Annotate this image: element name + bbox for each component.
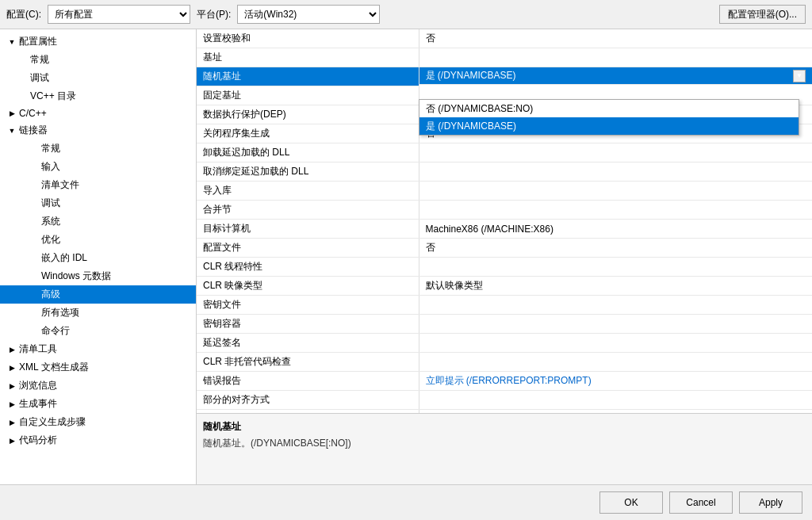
sidebar-item-embedded-idl[interactable]: 嵌入的 IDL [0, 249, 196, 267]
sidebar-item-manifest-tool[interactable]: ▶ 清单工具 [0, 340, 196, 358]
prop-name: 密钥文件 [197, 296, 419, 315]
table-row[interactable]: 卸载延迟加载的 DLL [197, 143, 812, 162]
table-row[interactable]: 错误报告 立即提示 (/ERRORREPORT:PROMPT) [197, 372, 812, 391]
prop-name: CLR 线程特性 [197, 258, 419, 277]
prop-value [419, 258, 812, 277]
dropdown-option-1[interactable]: 是 (/DYNAMICBASE) [419, 117, 799, 135]
table-row[interactable]: 部分的对齐方式 [197, 391, 812, 410]
expand-icon: ▼ [6, 36, 17, 48]
sidebar-item-browser-info[interactable]: ▶ 浏览信息 [0, 377, 196, 395]
expand-icon [29, 180, 40, 191]
sidebar-item-general[interactable]: 常规 [0, 51, 196, 69]
prop-value [419, 410, 812, 414]
sidebar-item-debug[interactable]: 调试 [0, 69, 196, 87]
prop-name: 导入库 [197, 182, 419, 201]
table-row[interactable]: 导入库 [197, 182, 812, 201]
sidebar-item-custom-build[interactable]: ▶ 自定义生成步骤 [0, 413, 196, 431]
config-select[interactable]: 所有配置 [48, 5, 190, 24]
apply-button[interactable]: Apply [739, 491, 802, 514]
sidebar-item-vc-dirs[interactable]: VC++ 目录 [0, 87, 196, 105]
table-row[interactable]: 配置文件 否 [197, 239, 812, 258]
description-title: 随机基址 [203, 420, 806, 434]
sidebar-item-xml-gen[interactable]: ▶ XML 文档生成器 [0, 358, 196, 377]
sidebar-item-system[interactable]: 系统 [0, 212, 196, 231]
expand-icon [29, 198, 40, 209]
description-panel: 随机基址 随机基址。(/DYNAMICBASE[:NO]) [197, 413, 812, 484]
property-panel: 设置校验和 否 基址 随机基址 是 (/DYNAMICBASE) ▼ [197, 29, 812, 484]
prop-value [419, 315, 812, 334]
config-label: 配置(C): [6, 8, 41, 21]
sidebar-item-manifest[interactable]: 清单文件 [0, 176, 196, 194]
platform-label: 平台(P): [197, 8, 231, 21]
table-row[interactable]: CLR 非托管代码检查 [197, 353, 812, 372]
dropdown-option-0[interactable]: 否 (/DYNAMICBASE:NO) [419, 100, 799, 117]
sidebar-item-optimize[interactable]: 优化 [0, 231, 196, 249]
table-row[interactable]: CLR 映像类型 默认映像类型 [197, 277, 812, 296]
expand-icon: ▶ [6, 362, 17, 373]
table-row[interactable]: 密钥容器 [197, 315, 812, 334]
prop-value [419, 182, 812, 201]
property-dropdown[interactable]: 否 (/DYNAMICBASE:NO) 是 (/DYNAMICBASE) [419, 99, 799, 136]
main-content: ▼ 配置属性 常规 调试 VC++ 目录 ▶ C/C++ ▼ [0, 29, 812, 484]
table-row[interactable]: 密钥文件 [197, 296, 812, 315]
sidebar-item-windows-meta[interactable]: Windows 元数据 [0, 267, 196, 285]
sidebar-item-linker-debug[interactable]: 调试 [0, 194, 196, 212]
expand-icon [17, 73, 29, 84]
expand-icon: ▶ [6, 344, 17, 355]
prop-name: 配置文件 [197, 239, 419, 258]
description-text: 随机基址。(/DYNAMICBASE[:NO]) [203, 437, 806, 450]
expand-icon [17, 55, 29, 66]
table-row[interactable]: 保留 PInvoke 调用的最后一个错误代码 [197, 410, 812, 414]
expand-icon [29, 308, 40, 319]
prop-value: 否 [419, 239, 812, 258]
expand-icon [29, 216, 40, 228]
toolbar: 配置(C): 所有配置 平台(P): 活动(Win32) 配置管理器(O)... [0, 0, 812, 29]
prop-name: 部分的对齐方式 [197, 391, 419, 410]
sidebar-item-linker[interactable]: ▼ 链接器 [0, 121, 196, 140]
prop-name: 密钥容器 [197, 315, 419, 334]
expand-icon: ▶ [6, 417, 17, 428]
sidebar-item-config-props[interactable]: ▼ 配置属性 [0, 32, 196, 51]
expand-icon [29, 235, 40, 246]
expand-icon: ▶ [6, 380, 17, 392]
sidebar-item-advanced[interactable]: 高级 [0, 285, 196, 304]
table-row[interactable]: 取消绑定延迟加载的 DLL [197, 162, 812, 182]
prop-name: 基址 [197, 48, 419, 67]
expand-icon [29, 143, 40, 155]
prop-name: 错误报告 [197, 372, 419, 391]
expand-icon [17, 91, 29, 102]
prop-value: 否 [419, 29, 812, 48]
sidebar-item-code-analysis[interactable]: ▶ 代码分析 [0, 431, 196, 449]
expand-icon: ▶ [6, 108, 17, 119]
bottom-buttons: OK Cancel Apply [0, 484, 812, 520]
sidebar-item-linker-general[interactable]: 常规 [0, 140, 196, 158]
table-row[interactable]: CLR 线程特性 [197, 258, 812, 277]
cancel-button[interactable]: Cancel [669, 491, 733, 514]
sidebar-item-build-events[interactable]: ▶ 生成事件 [0, 395, 196, 413]
dialog: 配置(C): 所有配置 平台(P): 活动(Win32) 配置管理器(O)...… [0, 0, 812, 520]
expand-icon [29, 289, 40, 300]
dropdown-arrow-icon[interactable]: ▼ [793, 70, 806, 82]
sidebar-item-linker-input[interactable]: 输入 [0, 158, 196, 176]
ok-button[interactable]: OK [599, 491, 663, 514]
prop-name: CLR 映像类型 [197, 277, 419, 296]
prop-value [419, 334, 812, 353]
platform-select[interactable]: 活动(Win32) [237, 5, 380, 24]
table-row[interactable]: 设置校验和 否 [197, 29, 812, 48]
table-row[interactable]: 合并节 [197, 201, 812, 220]
sidebar-item-all-options[interactable]: 所有选项 [0, 304, 196, 322]
prop-value [419, 296, 812, 315]
table-row[interactable]: 延迟签名 [197, 334, 812, 353]
prop-name: 合并节 [197, 201, 419, 220]
prop-value: 默认映像类型 [419, 277, 812, 296]
sidebar-item-cpp[interactable]: ▶ C/C++ [0, 105, 196, 121]
prop-name: 设置校验和 [197, 29, 419, 48]
prop-name: 目标计算机 [197, 220, 419, 239]
expand-icon [29, 162, 40, 173]
table-row-selected[interactable]: 随机基址 是 (/DYNAMICBASE) ▼ [197, 67, 812, 86]
table-row[interactable]: 基址 [197, 48, 812, 67]
config-manager-button[interactable]: 配置管理器(O)... [719, 5, 806, 24]
table-row[interactable]: 目标计算机 MachineX86 (/MACHINE:X86) [197, 220, 812, 239]
sidebar-item-cmdline[interactable]: 命令行 [0, 322, 196, 340]
prop-value [419, 48, 812, 67]
